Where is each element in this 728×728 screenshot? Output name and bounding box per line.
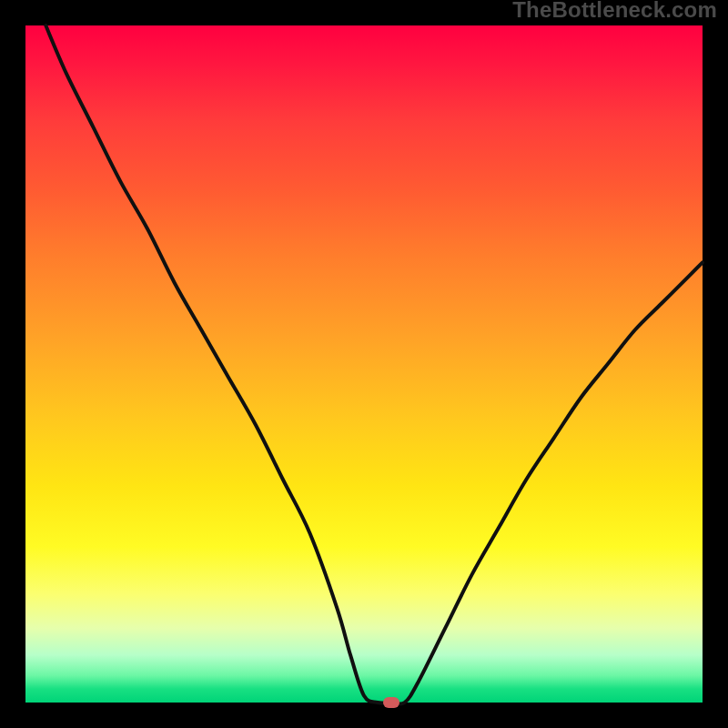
plot-area (25, 25, 703, 703)
bottleneck-curve (25, 25, 703, 703)
optimal-marker (383, 697, 399, 708)
watermark-text: TheBottleneck.com (512, 0, 717, 23)
chart-frame: TheBottleneck.com (0, 0, 728, 728)
curve-path (46, 25, 703, 704)
